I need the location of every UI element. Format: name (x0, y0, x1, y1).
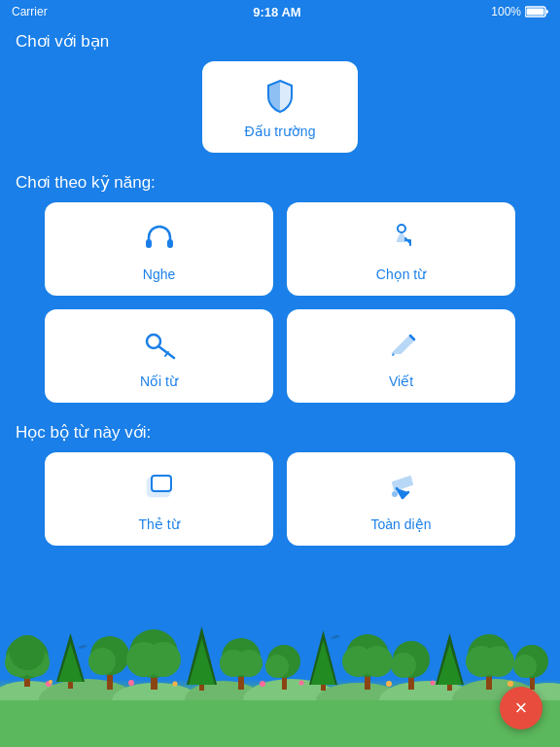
write-button[interactable]: Viết (287, 309, 515, 403)
play-with-friends-title: Chơi với bạn (16, 31, 544, 52)
comprehensive-label: Toàn diện (371, 516, 432, 532)
svg-point-28 (10, 635, 45, 670)
time-display: 9:18 AM (253, 5, 300, 19)
arena-button[interactable]: Đấu trường (202, 61, 358, 153)
svg-point-45 (235, 650, 262, 677)
headphone-icon (138, 216, 181, 259)
svg-point-76 (431, 681, 436, 686)
svg-marker-31 (58, 643, 83, 682)
svg-point-65 (483, 646, 514, 677)
status-bar: Carrier 9:18 AM 100% (0, 0, 560, 23)
svg-point-77 (508, 681, 513, 687)
learn-set-title: Học bộ từ này với: (16, 422, 544, 443)
svg-point-70 (49, 680, 52, 684)
trees-svg (0, 619, 560, 696)
svg-rect-7 (167, 239, 173, 248)
battery-label: 100% (491, 5, 521, 18)
pencil-icon (380, 323, 423, 366)
arena-container: Đấu trường (16, 61, 544, 153)
svg-point-75 (386, 681, 392, 687)
learn-buttons-grid: Thẻ từ Toàn diện (16, 452, 544, 546)
bottom-landscape (0, 640, 560, 747)
svg-marker-51 (311, 640, 335, 685)
svg-point-74 (299, 681, 304, 686)
choose-button[interactable]: Chọn từ (287, 202, 515, 296)
carrier-label: Carrier (12, 5, 48, 18)
svg-rect-6 (146, 239, 152, 248)
comprehensive-button[interactable]: Toàn diện (287, 452, 515, 546)
svg-point-14 (392, 491, 398, 497)
svg-point-58 (391, 653, 416, 678)
connect-button[interactable]: Nối từ (45, 309, 273, 403)
arena-label: Đấu trường (245, 124, 316, 139)
close-icon: × (515, 697, 528, 719)
status-left: Carrier (12, 5, 63, 18)
close-button[interactable]: × (500, 687, 542, 729)
svg-point-71 (128, 680, 134, 686)
status-right: 100% (491, 5, 548, 18)
comprehensive-icon (380, 466, 423, 509)
svg-point-8 (398, 225, 405, 232)
svg-rect-1 (54, 11, 56, 17)
svg-point-73 (260, 681, 265, 687)
svg-rect-0 (52, 13, 53, 17)
skill-buttons-grid: Nghe Chọn từ (16, 202, 544, 403)
svg-marker-41 (189, 638, 215, 685)
connect-label: Nối từ (140, 374, 178, 389)
svg-point-34 (88, 648, 116, 675)
svg-rect-5 (527, 9, 544, 16)
svg-rect-3 (60, 7, 62, 17)
flashcard-icon (138, 466, 181, 509)
svg-point-38 (146, 642, 181, 677)
svg-point-48 (265, 655, 289, 678)
arena-icon-wrap (259, 75, 301, 118)
play-by-skill-title: Chơi theo kỹ năng: (16, 172, 544, 193)
flashcard-label: Thẻ từ (138, 516, 179, 532)
skill-section: Chơi theo kỹ năng: Nghe (16, 172, 544, 403)
grass-base (0, 694, 560, 747)
svg-rect-2 (57, 9, 59, 17)
flashcard-button[interactable]: Thẻ từ (45, 452, 273, 546)
main-content: Chơi với bạn Đấu trường Chơi theo kỹ năn… (0, 23, 560, 573)
svg-point-68 (513, 655, 537, 678)
listen-button[interactable]: Nghe (45, 202, 273, 296)
choose-label: Chọn từ (376, 267, 426, 282)
write-label: Viết (389, 374, 413, 389)
svg-point-72 (173, 682, 178, 687)
listen-label: Nghe (143, 267, 175, 282)
svg-point-55 (362, 646, 393, 677)
learn-section: Học bộ từ này với: Thẻ từ (16, 422, 544, 546)
touch-icon (380, 216, 423, 259)
key-icon (138, 323, 181, 366)
svg-rect-13 (152, 476, 171, 491)
